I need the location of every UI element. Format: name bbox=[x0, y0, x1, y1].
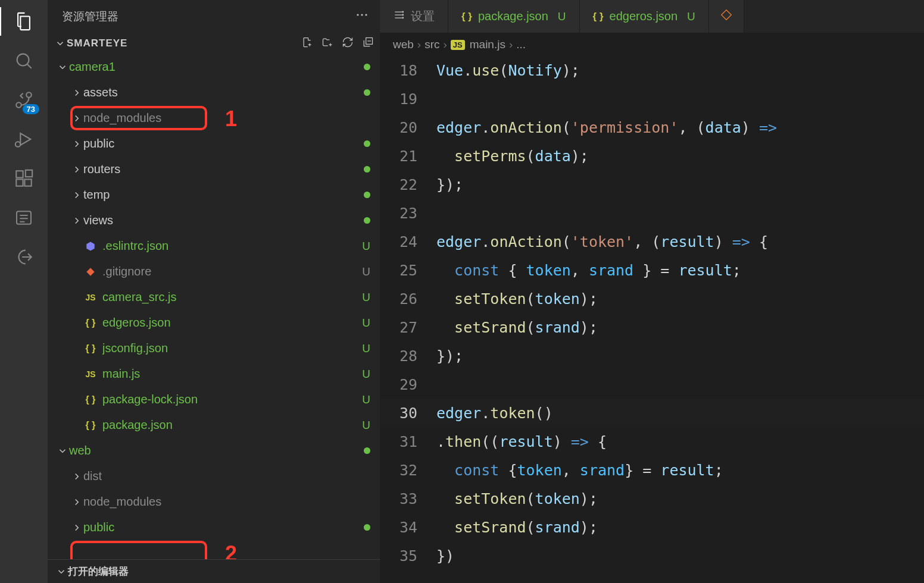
folder-item[interactable]: public bbox=[48, 131, 380, 156]
code-line[interactable]: 22}); bbox=[380, 171, 924, 199]
file-tree: camera1assetsnode_modules1publicrouterst… bbox=[48, 54, 380, 559]
editor-tab[interactable]: 设置 bbox=[380, 0, 448, 33]
code-content: }); bbox=[436, 342, 463, 371]
chevron-down-icon bbox=[56, 62, 69, 73]
tree-label: .gitignore bbox=[102, 265, 362, 278]
file-item[interactable]: { }jsconfig.jsonU bbox=[48, 336, 380, 361]
code-line[interactable]: 35}) bbox=[380, 542, 924, 571]
code-line[interactable]: 25 const { token, srand } = result; bbox=[380, 256, 924, 285]
sidebar-title-bar: 资源管理器 bbox=[48, 0, 380, 33]
file-item[interactable]: JScamera_src.jsU bbox=[48, 284, 380, 310]
code-line[interactable]: 18Vue.use(Notify); bbox=[380, 57, 924, 85]
json-file-icon: { } bbox=[593, 11, 604, 23]
folder-item[interactable]: camera1 bbox=[48, 54, 380, 80]
eslint-icon bbox=[83, 241, 98, 252]
breadcrumb-part: web bbox=[393, 38, 414, 51]
code-line[interactable]: 24edger.onAction('token', (result) => { bbox=[380, 228, 924, 256]
svg-point-13 bbox=[402, 11, 404, 12]
file-item[interactable]: { }edgeros.jsonU bbox=[48, 310, 380, 336]
folder-item[interactable]: dist bbox=[48, 463, 380, 489]
refresh-icon[interactable] bbox=[342, 36, 354, 51]
open-editors-header[interactable]: 打开的编辑器 bbox=[48, 559, 380, 583]
code-line[interactable]: 34 setSrand(srand); bbox=[380, 513, 924, 542]
svg-rect-4 bbox=[16, 171, 23, 177]
chevron-right-icon bbox=[70, 497, 83, 507]
git-modified-dot bbox=[364, 64, 370, 70]
editor-tabs: 设置{ }package.jsonU{ }edgeros.jsonU bbox=[380, 0, 924, 33]
tree-label: public bbox=[83, 137, 364, 151]
activity-logout[interactable] bbox=[10, 243, 38, 271]
activity-output[interactable] bbox=[10, 203, 38, 232]
file-item[interactable]: .eslintrc.jsonU bbox=[48, 233, 380, 259]
js-file-icon: JS bbox=[83, 369, 98, 379]
chevron-down-icon bbox=[56, 446, 69, 456]
code-line[interactable]: 27 setSrand(srand); bbox=[380, 314, 924, 342]
svg-point-10 bbox=[361, 14, 363, 15]
workspace-header[interactable]: SMARTEYE bbox=[48, 33, 380, 54]
activity-extensions[interactable] bbox=[10, 164, 38, 193]
tab-label: edgeros.json bbox=[610, 10, 678, 23]
git-untracked-badge: U bbox=[362, 316, 370, 330]
svg-point-1 bbox=[26, 92, 32, 98]
code-line[interactable]: 32 const {token, srand} = result; bbox=[380, 456, 924, 485]
folder-item[interactable]: web bbox=[48, 438, 380, 463]
code-line[interactable]: 19 bbox=[380, 85, 924, 114]
tree-label: assets bbox=[83, 86, 364, 99]
line-number: 22 bbox=[380, 171, 436, 199]
collapse-all-icon[interactable] bbox=[362, 36, 374, 51]
code-line[interactable]: 33 setToken(token); bbox=[380, 485, 924, 513]
breadcrumb-part: src bbox=[424, 38, 439, 51]
svg-point-11 bbox=[365, 14, 367, 15]
git-modified-dot bbox=[364, 140, 370, 147]
git-modified-dot bbox=[364, 192, 370, 198]
file-item[interactable]: .gitignoreU bbox=[48, 259, 380, 284]
code-line[interactable]: 20edger.onAction('permission', (data) => bbox=[380, 114, 924, 142]
folder-item[interactable]: node_modules bbox=[48, 489, 380, 515]
activity-explorer[interactable] bbox=[10, 7, 38, 36]
code-line[interactable]: 30edger.token() bbox=[380, 399, 924, 428]
js-file-icon: JS bbox=[83, 293, 98, 302]
code-line[interactable]: 29 bbox=[380, 371, 924, 399]
file-item[interactable]: { }package-lock.jsonU bbox=[48, 387, 380, 412]
tree-label: temp bbox=[83, 188, 364, 202]
svg-rect-7 bbox=[26, 170, 32, 177]
svg-point-14 bbox=[402, 14, 404, 15]
editor-tab[interactable]: { }package.jsonU bbox=[448, 0, 580, 33]
settings-icon bbox=[393, 9, 405, 24]
annotation-box bbox=[70, 541, 207, 559]
folder-item[interactable]: node_modules bbox=[48, 105, 380, 131]
code-line[interactable]: 21 setPerms(data); bbox=[380, 142, 924, 171]
editor-tab[interactable] bbox=[709, 0, 744, 33]
folder-item[interactable]: public bbox=[48, 515, 380, 540]
code-line[interactable]: 26 setToken(token); bbox=[380, 285, 924, 314]
scm-badge: 73 bbox=[23, 104, 39, 114]
line-number: 19 bbox=[380, 85, 436, 114]
code-line[interactable]: 23 bbox=[380, 199, 924, 228]
code-line[interactable]: 28}); bbox=[380, 342, 924, 371]
open-editors-label: 打开的编辑器 bbox=[68, 565, 129, 578]
tree-label: dist bbox=[83, 469, 370, 483]
editor-tab[interactable]: { }edgeros.jsonU bbox=[580, 0, 709, 33]
activity-run-debug[interactable] bbox=[10, 125, 38, 153]
chevron-right-icon bbox=[70, 215, 83, 226]
new-folder-icon[interactable] bbox=[321, 36, 333, 51]
folder-item[interactable]: routers bbox=[48, 156, 380, 182]
git-untracked-badge: U bbox=[362, 240, 370, 253]
code-content: Vue.use(Notify); bbox=[436, 57, 580, 85]
folder-item[interactable]: views bbox=[48, 208, 380, 233]
tree-label: edgeros.json bbox=[102, 316, 362, 330]
svg-rect-5 bbox=[16, 179, 23, 186]
file-item[interactable]: { }package.jsonU bbox=[48, 412, 380, 438]
chevron-right-icon bbox=[70, 164, 83, 175]
new-file-icon[interactable] bbox=[301, 36, 313, 51]
activity-source-control[interactable]: 73 bbox=[10, 86, 38, 114]
folder-item[interactable]: temp bbox=[48, 182, 380, 208]
file-item[interactable]: JSmain.jsU bbox=[48, 361, 380, 387]
code-line[interactable]: 31.then((result) => { bbox=[380, 428, 924, 456]
folder-item[interactable]: assets bbox=[48, 80, 380, 105]
code-editor[interactable]: 18Vue.use(Notify);1920edger.onAction('pe… bbox=[380, 57, 924, 583]
chevron-right-icon: › bbox=[444, 38, 447, 51]
breadcrumb[interactable]: web › src › JS main.js › ... bbox=[380, 33, 924, 57]
sidebar-more-icon[interactable] bbox=[355, 8, 369, 25]
activity-search[interactable] bbox=[10, 46, 38, 75]
